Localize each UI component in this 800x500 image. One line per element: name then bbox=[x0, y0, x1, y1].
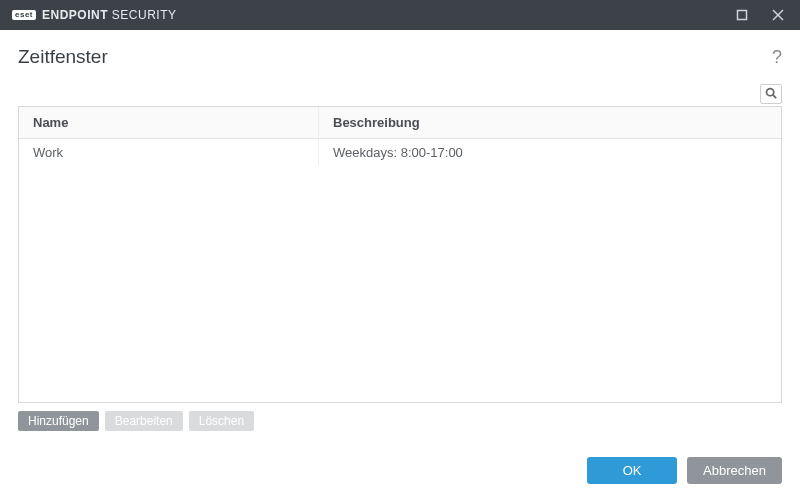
delete-button: Löschen bbox=[189, 411, 254, 431]
brand: eset ENDPOINT SECURITY bbox=[12, 8, 177, 22]
help-button[interactable]: ? bbox=[772, 48, 782, 66]
page-title: Zeitfenster bbox=[18, 46, 108, 68]
window-titlebar: eset ENDPOINT SECURITY bbox=[0, 0, 800, 30]
search-button[interactable] bbox=[760, 84, 782, 104]
search-row bbox=[18, 84, 782, 104]
brand-text: ENDPOINT SECURITY bbox=[42, 8, 177, 22]
svg-line-4 bbox=[773, 94, 776, 97]
table-actions: Hinzufügen Bearbeiten Löschen bbox=[18, 411, 782, 431]
edit-button: Bearbeiten bbox=[105, 411, 183, 431]
table-row[interactable]: Work Weekdays: 8:00-17:00 bbox=[19, 139, 781, 166]
column-header-description[interactable]: Beschreibung bbox=[319, 107, 781, 138]
svg-point-3 bbox=[767, 88, 774, 95]
cancel-button[interactable]: Abbrechen bbox=[687, 457, 782, 484]
table-header-row: Name Beschreibung bbox=[19, 107, 781, 139]
brand-badge: eset bbox=[12, 10, 36, 20]
column-header-name[interactable]: Name bbox=[19, 107, 319, 138]
window-close-button[interactable] bbox=[764, 3, 792, 27]
add-button[interactable]: Hinzufügen bbox=[18, 411, 99, 431]
content-header: Zeitfenster ? bbox=[18, 46, 782, 68]
brand-text-strong: ENDPOINT bbox=[42, 8, 108, 22]
time-slots-table: Name Beschreibung Work Weekdays: 8:00-17… bbox=[18, 106, 782, 403]
window-controls bbox=[728, 3, 792, 27]
cell-description: Weekdays: 8:00-17:00 bbox=[319, 139, 781, 166]
window-maximize-button[interactable] bbox=[728, 3, 756, 27]
search-icon bbox=[765, 87, 777, 102]
brand-text-light: SECURITY bbox=[108, 8, 177, 22]
table-body: Work Weekdays: 8:00-17:00 bbox=[19, 139, 781, 402]
ok-button[interactable]: OK bbox=[587, 457, 677, 484]
content-area: Zeitfenster ? Name Beschreibung Work Wee… bbox=[0, 30, 800, 445]
cell-name: Work bbox=[19, 139, 319, 166]
dialog-footer: OK Abbrechen bbox=[0, 445, 800, 500]
svg-rect-0 bbox=[738, 11, 747, 20]
